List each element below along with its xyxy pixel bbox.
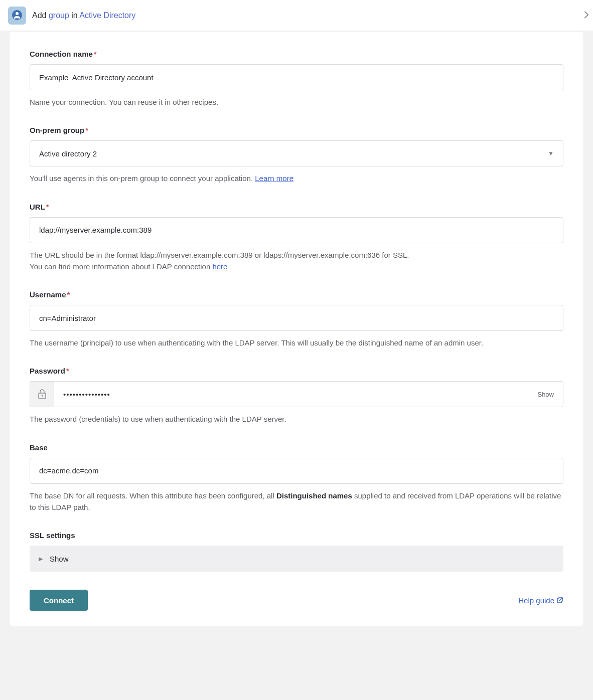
helper-line1: The URL should be in the format ldap://m… <box>30 251 409 259</box>
page-header: LDAP Add group in Active Directory <box>0 0 593 31</box>
helper-line2-prefix: You can find more information about LDAP… <box>30 262 212 271</box>
field-base: Base The base DN for all requests. When … <box>30 443 563 513</box>
username-input[interactable] <box>30 305 563 331</box>
url-helper: The URL should be in the format ldap://m… <box>30 249 563 273</box>
label-text: URL <box>30 203 45 211</box>
field-ssl-settings: SSL settings ▶ Show <box>30 531 563 572</box>
ssl-expand-label: Show <box>50 555 69 563</box>
caret-right-icon: ▶ <box>39 556 43 562</box>
onprem-group-label: On-prem group* <box>30 126 563 134</box>
page-title: Add group in Active Directory <box>32 11 135 20</box>
field-password: Password* Show The password (credentials… <box>30 367 563 425</box>
connection-form-card: Connection name* Name your connection. Y… <box>9 31 584 626</box>
external-link-icon <box>556 597 563 604</box>
onprem-group-helper: You'll use agents in this on-prem group … <box>30 172 563 184</box>
ssl-expand-button[interactable]: ▶ Show <box>30 546 563 572</box>
label-text: SSL settings <box>30 531 75 540</box>
password-input[interactable] <box>54 382 528 407</box>
ssl-settings-label: SSL settings <box>30 531 563 540</box>
url-input[interactable] <box>30 217 563 243</box>
required-marker: * <box>66 367 69 375</box>
helper-prefix: The base DN for all requests. When this … <box>30 491 276 500</box>
required-marker: * <box>85 126 88 134</box>
label-text: Password <box>30 367 65 375</box>
ldap-info-link[interactable]: here <box>212 262 227 271</box>
field-onprem-group: On-prem group* Active directory 2 ▼ You'… <box>30 126 563 184</box>
title-prefix: Add <box>32 11 49 20</box>
base-label: Base <box>30 443 563 452</box>
chevron-right-icon[interactable] <box>584 11 589 20</box>
svg-point-1 <box>16 12 19 15</box>
help-guide-text: Help guide <box>518 596 554 605</box>
base-helper: The base DN for all requests. When this … <box>30 490 563 513</box>
username-helper: The username (principal) to use when aut… <box>30 337 563 348</box>
title-middle: in <box>69 11 79 20</box>
field-url: URL* The URL should be in the format lda… <box>30 203 563 273</box>
help-guide-link[interactable]: Help guide <box>518 596 563 605</box>
onprem-group-select[interactable]: Active directory 2 ▼ <box>30 140 563 166</box>
svg-text:LDAP: LDAP <box>15 18 20 20</box>
ldap-app-icon: LDAP <box>8 7 26 25</box>
base-input[interactable] <box>30 458 563 484</box>
connection-name-helper: Name your connection. You can reuse it i… <box>30 96 563 108</box>
lock-icon <box>30 382 54 407</box>
field-connection-name: Connection name* Name your connection. Y… <box>30 50 563 108</box>
caret-down-icon: ▼ <box>548 150 554 157</box>
title-target-link[interactable]: Active Directory <box>79 11 135 20</box>
url-label: URL* <box>30 203 563 211</box>
helper-bold: Distinguished names <box>276 491 352 500</box>
required-marker: * <box>94 50 97 58</box>
learn-more-link[interactable]: Learn more <box>255 174 293 183</box>
password-helper: The password (credentials) to use when a… <box>30 413 563 425</box>
connection-name-label: Connection name* <box>30 50 563 58</box>
helper-text: You'll use agents in this on-prem group … <box>30 174 255 183</box>
onprem-group-value: Active directory 2 <box>39 149 97 158</box>
title-entity-link[interactable]: group <box>49 11 69 20</box>
field-username: Username* The username (principal) to us… <box>30 290 563 348</box>
label-text: Base <box>30 443 48 452</box>
required-marker: * <box>67 290 70 299</box>
label-text: On-prem group <box>30 126 84 134</box>
label-text: Username <box>30 290 66 299</box>
password-input-wrap: Show <box>30 381 563 407</box>
username-label: Username* <box>30 290 563 299</box>
required-marker: * <box>46 203 49 211</box>
svg-rect-5 <box>42 396 42 397</box>
password-show-button[interactable]: Show <box>528 382 563 407</box>
password-label: Password* <box>30 367 563 375</box>
connect-button[interactable]: Connect <box>30 590 88 611</box>
connection-name-input[interactable] <box>30 64 563 90</box>
form-footer: Connect Help guide <box>30 590 563 611</box>
label-text: Connection name <box>30 50 93 58</box>
